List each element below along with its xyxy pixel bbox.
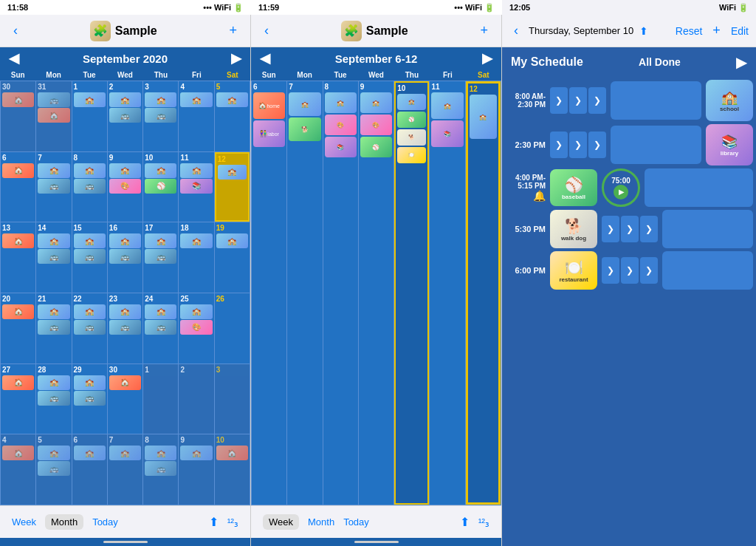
timer-circle[interactable]: 75:00 ▶	[602, 168, 640, 207]
cal-cell-14[interactable]: 14🏫🚌	[36, 222, 71, 293]
cal-cell-28[interactable]: 28🏫🚌	[36, 364, 71, 434]
event-school-4-2[interactable]: 🏫	[74, 375, 106, 390]
cal-cell-6[interactable]: 6🏫	[72, 434, 107, 505]
event-school-3-2[interactable]: 🏫	[74, 304, 106, 319]
wed-event-school[interactable]: 🏫	[360, 92, 392, 113]
event-school-2-4[interactable]: 🏫	[145, 233, 176, 248]
week-cell-mon[interactable]: 7 🏫 🐕	[287, 81, 322, 505]
tue-event-library[interactable]: 📚	[325, 137, 357, 157]
cal-cell-23[interactable]: 23🏫🚌	[108, 293, 142, 364]
event-school-0-6[interactable]: 🏫	[216, 92, 248, 107]
event-bus-0-4[interactable]: 🚌	[145, 108, 176, 123]
today-btn-week[interactable]: Today	[343, 516, 369, 528]
event-bus-2-1[interactable]: 🚌	[38, 249, 69, 264]
event-school-5-2[interactable]: 🏫	[74, 446, 106, 460]
event-school-1-6[interactable]: 🏫	[218, 165, 247, 180]
cal-cell-2[interactable]: 2	[179, 364, 213, 434]
event-school-0-3[interactable]: 🏫	[109, 92, 141, 107]
thu-event-baseball[interactable]: ⚾	[397, 112, 426, 128]
edit-button[interactable]: Edit	[731, 25, 749, 37]
cal-cell-8[interactable]: 8🏫🚌	[143, 434, 178, 505]
event-school-3-1[interactable]: 🏫	[38, 304, 69, 319]
cal-cell-9[interactable]: 9🏫🎨	[108, 152, 142, 222]
cal-cell-5[interactable]: 5🏫	[215, 81, 250, 151]
event-img-dog[interactable]: 🐕 walk dog	[550, 210, 597, 248]
week-cell-tue[interactable]: 8 🏫 🎨 📚	[323, 81, 358, 505]
all-done-button[interactable]: All Done	[639, 56, 681, 68]
arrow1-school[interactable]: ❯	[550, 87, 568, 114]
event-school-5-1[interactable]: 🏫	[38, 446, 69, 460]
share-icon-schedule[interactable]: ⬆	[639, 25, 648, 37]
cal-cell-3[interactable]: 3🏫🚌	[143, 81, 178, 151]
cal-cell-30[interactable]: 30🏠	[108, 364, 142, 434]
sun-event-home[interactable]: 🏠home	[253, 92, 285, 119]
thu-event-dog[interactable]: 🐕	[397, 129, 426, 146]
numbers-icon-week[interactable]: ¹²₃	[478, 516, 489, 528]
share-icon-week[interactable]: ⬆	[460, 515, 470, 529]
arrow3-library[interactable]: ❯	[588, 132, 606, 158]
week-cell-wed[interactable]: 9 🏫 🎨 ⚾	[359, 81, 394, 505]
cal-cell-9[interactable]: 9🏫	[179, 434, 213, 505]
cal-cell-19[interactable]: 19🏫	[215, 222, 250, 293]
cal-cell-6[interactable]: 6🏠	[1, 152, 35, 222]
event-school-2-6[interactable]: 🏫	[216, 233, 248, 248]
event-school-3-3[interactable]: 🏫	[109, 304, 141, 319]
mon-event-school[interactable]: 🏫	[289, 92, 320, 116]
fri-event-school[interactable]: 🏫	[431, 92, 463, 119]
cal-cell-30[interactable]: 30🏠	[1, 81, 35, 151]
event-school-5-5[interactable]: 🏫	[180, 446, 212, 460]
event-school-2-5[interactable]: 🏫	[180, 233, 212, 248]
event-home-3-0[interactable]: 🏠	[2, 304, 34, 319]
wed-event-art[interactable]: 🎨	[360, 115, 392, 135]
event-art-3-5[interactable]: 🎨	[180, 320, 212, 335]
cal-cell-1[interactable]: 1	[143, 364, 178, 434]
mon-event-walk[interactable]: 🐕	[289, 117, 320, 141]
back-button-week[interactable]: ‹	[260, 20, 273, 41]
sat-event-school[interactable]: 🏫	[470, 95, 497, 139]
event-bus-3-3[interactable]: 🚌	[109, 320, 141, 335]
event-bus-4-1[interactable]: 🚌	[38, 391, 69, 406]
arrow3-restaurant[interactable]: ❯	[640, 257, 658, 284]
back-button-schedule[interactable]: ‹	[509, 20, 523, 41]
sun-event-labor[interactable]: 👫labor	[253, 120, 285, 147]
cal-cell-1[interactable]: 1🏫	[72, 81, 107, 151]
numbers-icon-month[interactable]: ¹²₃	[227, 516, 238, 528]
cal-cell-3[interactable]: 3	[215, 364, 250, 434]
cal-cell-5[interactable]: 5🏫🚌	[36, 434, 71, 505]
today-btn-month[interactable]: Today	[92, 516, 118, 528]
arrow3-school[interactable]: ❯	[588, 87, 606, 114]
cal-cell-22[interactable]: 22🏫🚌	[72, 293, 107, 364]
thu-event-school[interactable]: 🏫	[397, 94, 426, 110]
week-btn-month[interactable]: Week	[12, 516, 36, 528]
cal-cell-4[interactable]: 4🏫	[179, 81, 213, 151]
event-school-1-4[interactable]: 🏫	[145, 163, 176, 178]
event-home-2-0[interactable]: 🏠	[2, 233, 34, 248]
cal-cell-8[interactable]: 8🏫🚌	[72, 152, 107, 222]
arrow3-dog[interactable]: ❯	[640, 216, 658, 242]
prev-month-btn[interactable]: ◀	[9, 50, 19, 66]
cal-cell-15[interactable]: 15🏫🚌	[72, 222, 107, 293]
arrow1-library[interactable]: ❯	[550, 132, 568, 158]
event-home-0-1[interactable]: 🏠	[38, 108, 69, 123]
cal-cell-13[interactable]: 13🏠	[1, 222, 35, 293]
event-baseball-1-4[interactable]: ⚾	[145, 179, 176, 194]
event-bus-5-1[interactable]: 🚌	[38, 461, 69, 476]
arrow2-library[interactable]: ❯	[569, 132, 587, 158]
cal-cell-25[interactable]: 25🏫🎨	[179, 293, 213, 364]
cal-cell-24[interactable]: 24🏫🚌	[143, 293, 178, 364]
event-school-5-3[interactable]: 🏫	[109, 446, 141, 460]
event-school-2-3[interactable]: 🏫	[109, 233, 141, 248]
tue-event-school[interactable]: 🏫	[325, 92, 357, 113]
event-art-1-3[interactable]: 🎨	[109, 179, 141, 194]
event-school-3-5[interactable]: 🏫	[180, 304, 212, 319]
event-library-1-5[interactable]: 📚	[180, 179, 212, 194]
cal-cell-7[interactable]: 7🏫🚌	[36, 152, 71, 222]
event-bus-2-4[interactable]: 🚌	[145, 249, 176, 264]
event-home-4-0[interactable]: 🏠	[2, 375, 34, 390]
event-home-0-0[interactable]: 🏠	[2, 92, 34, 107]
add-button-week[interactable]: +	[475, 20, 492, 41]
back-button-month[interactable]: ‹	[9, 20, 22, 41]
week-cell-sun[interactable]: 6 🏠home 👫labor	[252, 81, 286, 505]
cal-cell-20[interactable]: 20🏠	[1, 293, 35, 364]
fri-event-library[interactable]: 📚	[431, 120, 463, 147]
